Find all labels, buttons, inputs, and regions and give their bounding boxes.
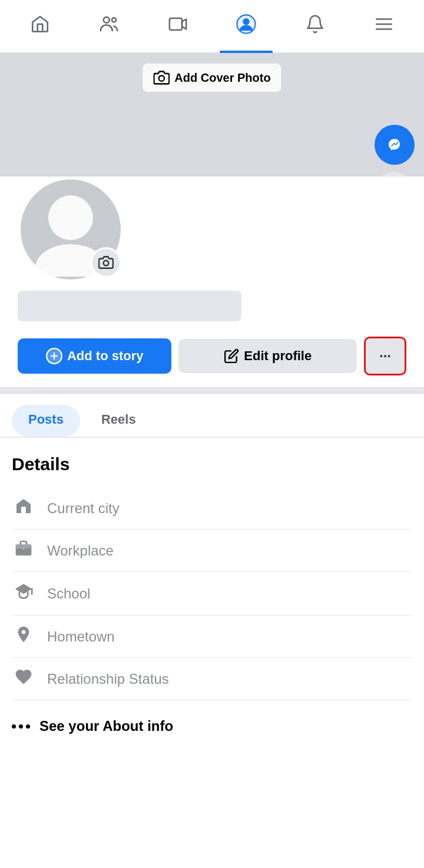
messenger-icon — [384, 134, 405, 155]
home-detail-icon — [12, 497, 35, 520]
plus-icon — [46, 348, 62, 364]
more-options-button[interactable]: ··· — [364, 337, 406, 375]
relationship-label: Relationship Status — [47, 671, 169, 687]
divider-5 — [12, 700, 412, 700]
current-city-label: Current city — [47, 500, 120, 517]
action-buttons-row: Add to story Edit profile ··· — [12, 327, 412, 387]
details-section: Details Current city Workplace — [0, 438, 424, 706]
video-icon — [168, 14, 188, 39]
hometown-label: Hometown — [47, 628, 115, 645]
svg-marker-3 — [182, 19, 186, 29]
svg-point-24 — [22, 630, 26, 634]
detail-relationship[interactable]: Relationship Status — [12, 658, 412, 700]
map-pin-icon — [14, 625, 33, 644]
profile-icon — [236, 14, 256, 39]
detail-current-city[interactable]: Current city — [12, 487, 412, 529]
svg-point-14 — [104, 261, 109, 266]
add-story-label: Add to story — [67, 348, 144, 364]
see-about-row[interactable]: See your About info — [0, 706, 424, 746]
section-divider — [0, 387, 424, 394]
graduation-icon — [12, 581, 35, 606]
nav-watch[interactable] — [151, 0, 204, 53]
details-title: Details — [12, 454, 412, 474]
nav-menu[interactable] — [357, 0, 410, 53]
camera-icon — [153, 69, 170, 86]
hamburger-icon — [374, 14, 394, 39]
svg-rect-18 — [21, 507, 26, 513]
home-icon — [30, 14, 50, 39]
detail-school[interactable]: School — [12, 572, 412, 615]
svg-rect-2 — [169, 18, 181, 30]
add-cover-photo-button[interactable]: Add Cover Photo — [143, 64, 281, 92]
tab-posts-label: Posts — [28, 412, 64, 427]
add-to-story-button[interactable]: Add to story — [18, 338, 171, 374]
nav-notifications[interactable] — [289, 0, 342, 53]
more-dots-label: ··· — [379, 348, 391, 364]
avatar-camera-button[interactable] — [91, 247, 121, 278]
see-about-label: See your About info — [39, 718, 173, 734]
dot-3 — [26, 724, 30, 729]
avatar-camera-icon — [98, 255, 114, 270]
content-tabs: Posts Reels — [0, 394, 424, 438]
location-pin-icon — [12, 625, 35, 648]
edit-profile-button[interactable]: Edit profile — [178, 339, 357, 373]
svg-point-9 — [159, 76, 164, 81]
pencil-icon — [224, 348, 239, 364]
house-icon — [14, 497, 33, 516]
messenger-button[interactable] — [375, 125, 415, 165]
edit-profile-label: Edit profile — [244, 348, 312, 364]
workplace-label: Workplace — [47, 543, 114, 559]
tab-posts[interactable]: Posts — [12, 405, 80, 437]
name-placeholder — [18, 291, 241, 321]
detail-workplace[interactable]: Workplace — [12, 530, 412, 571]
nav-friends[interactable] — [82, 0, 135, 53]
avatar-wrapper — [18, 177, 124, 282]
bell-icon — [305, 14, 325, 39]
top-navigation — [0, 0, 424, 53]
detail-hometown[interactable]: Hometown — [12, 616, 412, 657]
dot-2 — [19, 724, 23, 729]
heart-icon — [12, 667, 35, 690]
relationship-icon — [14, 667, 33, 686]
dot-1 — [12, 724, 16, 729]
nav-home[interactable] — [14, 0, 67, 53]
briefcase-icon — [12, 539, 35, 562]
svg-point-12 — [48, 195, 93, 240]
svg-marker-22 — [15, 584, 32, 594]
svg-rect-21 — [16, 544, 32, 548]
school-icon — [14, 581, 34, 601]
tab-reels[interactable]: Reels — [85, 405, 153, 437]
friends-icon — [99, 14, 119, 39]
profile-section: Add to story Edit profile ··· — [0, 177, 424, 387]
nav-profile[interactable] — [220, 0, 273, 53]
work-icon — [14, 539, 33, 558]
svg-point-1 — [112, 18, 116, 22]
svg-point-0 — [104, 16, 110, 22]
svg-point-5 — [243, 18, 250, 25]
tab-reels-label: Reels — [101, 412, 136, 427]
three-dots-icon — [12, 724, 30, 729]
school-label: School — [47, 586, 90, 602]
add-cover-label: Add Cover Photo — [174, 71, 270, 85]
